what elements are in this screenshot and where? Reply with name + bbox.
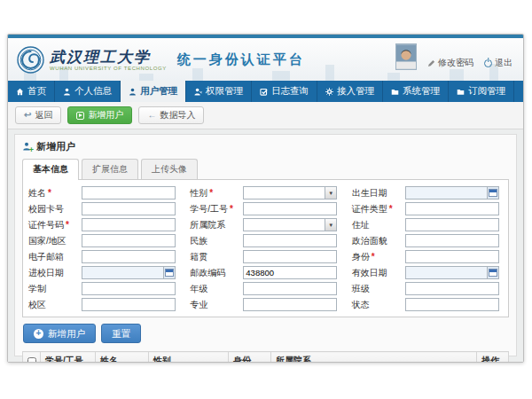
select-all-checkbox[interactable] <box>27 357 36 363</box>
add-user-toolbar-label: 新增用户 <box>88 110 123 121</box>
nav-item-personal-info[interactable]: 个人信息 <box>55 81 121 102</box>
platform-title: 统一身份认证平台 <box>177 51 305 68</box>
add-user-icon <box>76 112 84 120</box>
data-import-button[interactable]: ← 数据导入 <box>138 106 204 124</box>
table-column-header: 所属院系 <box>271 352 477 364</box>
form-tabs: 基本信息 扩展信息 上传头像 <box>22 159 509 179</box>
tab-extended-info[interactable]: 扩展信息 <box>82 159 138 179</box>
field-class: 班级* <box>352 282 503 295</box>
field-name: 姓名* <box>28 186 179 200</box>
field-email: 电子邮箱* <box>28 250 179 263</box>
calendar-icon[interactable] <box>487 267 498 278</box>
table-column-header: 姓名 <box>96 352 149 364</box>
user-area: 修改密码 退出 <box>395 43 523 75</box>
reset-button[interactable]: 重置 <box>101 324 141 343</box>
country-region-input[interactable] <box>82 235 175 246</box>
university-name-cn: 武汉理工大学 <box>50 49 167 65</box>
required-marker: * <box>66 220 69 230</box>
import-arrow-icon: ← <box>147 110 156 121</box>
grade-input[interactable] <box>244 283 336 294</box>
id-number-input[interactable] <box>82 219 175 231</box>
tab-basic-info[interactable]: 基本信息 <box>22 159 79 180</box>
page: 武汉理工大学 WUHAN UNIVERSITY OF TECHNOLOGY 统一… <box>0 0 532 399</box>
dropdown-arrow-icon[interactable]: ▼ <box>325 219 336 231</box>
field-country-region: 国家/地区* <box>28 234 179 247</box>
campus-input[interactable] <box>82 299 175 310</box>
submit-add-user-button[interactable]: + 新增用户 <box>23 324 96 343</box>
log-icon <box>260 88 268 96</box>
back-arrow-icon: ↩ <box>24 110 31 121</box>
content-area: ↩ 返回 新增用户 ← 数据导入 + 新增用户 <box>8 102 523 362</box>
field-enroll-date: 进校日期* <box>28 266 179 279</box>
field-id-number: 证件号码* <box>28 218 179 231</box>
field-student-no: 学号/工号* <box>190 202 340 215</box>
nav-item-user-management[interactable]: 用户管理 <box>121 81 186 102</box>
brand-header: 武汉理工大学 WUHAN UNIVERSITY OF TECHNOLOGY 统一… <box>8 38 523 81</box>
reset-label: 重置 <box>112 328 130 339</box>
field-major: 专业* <box>190 298 340 311</box>
enroll-date-input[interactable] <box>82 267 163 278</box>
table-column-header: 身份 <box>229 352 271 364</box>
select-all-cell <box>23 352 41 364</box>
campus-card-no-input[interactable] <box>82 203 175 215</box>
name-input[interactable] <box>82 187 175 199</box>
university-name-en: WUHAN UNIVERSITY OF TECHNOLOGY <box>50 66 167 71</box>
nav-item-system-management[interactable]: 系统管理 <box>383 81 449 102</box>
gear-icon <box>325 88 333 96</box>
student-no-input[interactable] <box>244 203 336 215</box>
calendar-icon[interactable] <box>163 267 175 278</box>
back-button[interactable]: ↩ 返回 <box>15 106 61 124</box>
department-input[interactable] <box>244 219 325 231</box>
change-password-link[interactable]: 修改密码 <box>427 57 473 69</box>
nav-item-access-management[interactable]: 接入管理 <box>317 81 383 102</box>
tab-upload-avatar[interactable]: 上传头像 <box>141 159 198 179</box>
required-marker: * <box>230 204 233 214</box>
nav-item-home[interactable]: 首页 <box>8 81 55 102</box>
nav-item-subscription-management[interactable]: 订阅管理 <box>449 81 514 102</box>
field-id-type: 证件类型* <box>352 202 503 215</box>
subscribe-icon <box>457 88 465 96</box>
field-gender: 性别* ▼ <box>190 186 340 200</box>
field-postal-code: 邮政编码* <box>190 266 340 279</box>
logout-label: 退出 <box>495 57 512 69</box>
logout-link[interactable]: 退出 <box>484 57 512 69</box>
field-campus-card-no: 校园卡号* <box>28 202 179 215</box>
nav-item-permission-management[interactable]: 权限管理 <box>186 81 252 102</box>
field-grade: 年级* <box>190 282 340 295</box>
political-status-input[interactable] <box>406 235 498 246</box>
nav-item-log-query[interactable]: 日志查询 <box>252 81 317 102</box>
schooling-length-input[interactable] <box>82 283 175 294</box>
class-input[interactable] <box>406 283 498 294</box>
app-window: 武汉理工大学 WUHAN UNIVERSITY OF TECHNOLOGY 统一… <box>7 34 524 363</box>
native-place-input[interactable] <box>244 251 336 262</box>
field-campus: 校区* <box>28 298 179 311</box>
gender-input[interactable] <box>244 187 325 199</box>
required-marker: * <box>372 252 375 262</box>
id-type-input[interactable] <box>406 203 498 215</box>
table-column-header: 操作 <box>477 352 509 364</box>
major-input[interactable] <box>244 299 336 310</box>
form-grid: 姓名* 性别* ▼ 出生日期* 校园卡号* 学号/工号* <box>28 186 503 311</box>
add-user-toolbar-button[interactable]: 新增用户 <box>67 106 132 124</box>
required-marker: * <box>389 204 393 214</box>
dropdown-arrow-icon[interactable]: ▼ <box>325 187 336 199</box>
postal-code-input[interactable] <box>244 267 336 278</box>
address-input[interactable] <box>406 219 498 231</box>
change-password-label: 修改密码 <box>438 57 473 69</box>
valid-date-input[interactable] <box>406 267 487 278</box>
ethnicity-input[interactable] <box>244 235 336 246</box>
university-name: 武汉理工大学 WUHAN UNIVERSITY OF TECHNOLOGY <box>50 49 167 71</box>
plus-icon: + <box>34 329 43 339</box>
section-title: + 新增用户 <box>22 138 509 159</box>
status-input[interactable] <box>406 299 498 310</box>
identity-input[interactable] <box>406 251 498 262</box>
email-input[interactable] <box>82 251 175 262</box>
data-import-label: 数据导入 <box>160 110 195 121</box>
birth-date-input[interactable] <box>406 187 487 199</box>
toolbar: ↩ 返回 新增用户 ← 数据导入 <box>8 102 523 129</box>
calendar-icon[interactable] <box>487 187 498 199</box>
section-title-label: 新增用户 <box>36 140 75 153</box>
add-person-icon: + <box>22 142 32 152</box>
back-button-label: 返回 <box>35 110 52 121</box>
results-table: 学号/工号姓名性别身份所属院系操作 <box>22 351 509 363</box>
